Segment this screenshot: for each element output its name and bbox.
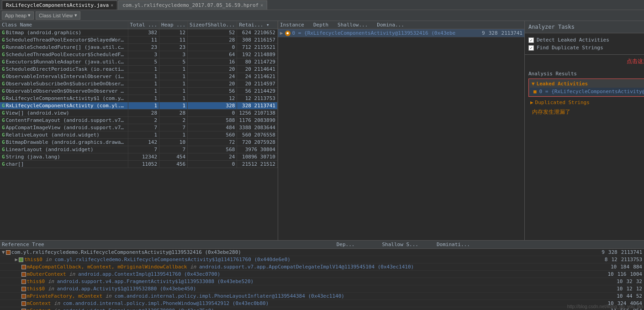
class-name-cell: GBitmap (android.graphics): [0, 29, 128, 37]
table-row[interactable]: GScheduledThreadPoolExecutor$DelayedWork…: [0, 37, 277, 44]
total-cell: 382: [128, 29, 159, 37]
table-row[interactable]: GRxLifecycleComponentsActivity$1 (com.yl…: [0, 95, 277, 102]
instance-arrow[interactable]: ▶: [280, 30, 283, 36]
table-row[interactable]: GView[] (android.view) 28 28 0 1256 2107…: [0, 110, 277, 117]
ref-tree-content[interactable]: ▼ com.yl.rxlifecycledemo.RxLifecycleComp…: [0, 249, 644, 310]
ref-text: mAppCompatCallback, mContext, mOriginalW…: [27, 264, 550, 270]
table-row[interactable]: GRunnableScheduledFuture[] (java.util.co…: [0, 44, 277, 51]
total-cell: 12342: [128, 153, 159, 161]
table-row[interactable]: GContentFrameLayout (android.support.v7.…: [0, 117, 277, 124]
analyzer-title: Analyzer Tasks: [528, 24, 575, 30]
view-dropdown-icon[interactable]: ▾: [74, 12, 77, 18]
class-name-cell: GContentFrameLayout (android.support.v7.…: [0, 117, 128, 124]
col-shallow: SizeofShallo...: [188, 21, 237, 29]
heap-cell: 1: [159, 66, 188, 73]
heap-dropdown-icon[interactable]: ▾: [28, 12, 31, 18]
table-row[interactable]: GLinearLayout (android.widget) 7 7 568 3…: [0, 146, 277, 153]
ref-tree-row[interactable]: mPrivateFactory, mContext in com.android…: [0, 293, 644, 300]
ref-tree-row[interactable]: ▼ com.yl.rxlifecycledemo.RxLifecycleComp…: [0, 249, 644, 256]
retained-cell: 20 2114641: [237, 66, 277, 73]
class-name-cell: GLinearLayout (android.widget): [0, 146, 128, 153]
ref-row-icon: [19, 257, 23, 262]
class-icon: G: [2, 37, 5, 43]
task-checkbox-duplicate[interactable]: ✓: [528, 45, 534, 51]
shallow-cell: 12: [188, 95, 237, 102]
tab-hprof-close[interactable]: ×: [260, 3, 263, 8]
instance-col-depth: Depth: [313, 22, 328, 28]
duplicated-arrow[interactable]: ▶: [530, 100, 533, 105]
ref-nums: 8 12 2113753: [551, 257, 642, 263]
ref-row-arrow[interactable]: ▼: [2, 249, 5, 255]
table-row[interactable]: GRelativeLayout (android.widget) 1 1 560…: [0, 131, 277, 139]
reference-tree-section: Reference Tree Dep... Shallow S... Domin…: [0, 240, 644, 310]
ref-field-name: this$0: [27, 286, 45, 292]
class-name-cell: GRxLifecycleComponentsActivity$1 (com.yl…: [0, 95, 128, 102]
tab-hprof[interactable]: com.yl.rxlifecycledemo_2017.07.05_16.59.…: [118, 0, 267, 10]
tab-java[interactable]: RxLifecycleComponentsActivity.java ×: [2, 0, 117, 10]
view-button[interactable]: Class List View ▾: [36, 11, 80, 20]
table-row[interactable]: GBitmapDrawable (android.graphics.drawab…: [0, 139, 277, 146]
retained-cell: 192 2114889: [237, 51, 277, 58]
total-cell: 1: [128, 131, 159, 139]
table-row[interactable]: Gchar[] 11052 456 0 21512 21512: [0, 161, 277, 168]
table-row[interactable]: GString (java.lang) 12342 454 24 10896 3…: [0, 153, 277, 161]
table-row[interactable]: GRxLifecycleComponentsActivity (com.yl.r…: [0, 102, 277, 110]
class-icon: G: [2, 44, 5, 50]
tab-java-close[interactable]: ×: [111, 3, 113, 8]
retained-cell: 80 2114729: [237, 58, 277, 66]
ref-tree-row[interactable]: this$0 in android.app.Activity$1@1139532…: [0, 285, 644, 293]
analyzer-panel: Analyzer Tasks ▶ ⚙ – ✓ Detect Leaked Act…: [525, 21, 644, 240]
ref-field-name: mContext: [27, 308, 51, 310]
shallow-cell: 568: [188, 146, 237, 153]
ref-tree-row[interactable]: mAppCompatCallback, mContext, mOriginalW…: [0, 263, 644, 271]
table-row[interactable]: GExecutors$RunnableAdapter (java.util.co…: [0, 58, 277, 66]
heap-cell: 23: [159, 44, 188, 51]
ref-tree-row[interactable]: mOuterContext in android.app.ContextImpl…: [0, 271, 644, 278]
heap-cell: 3: [159, 51, 188, 58]
task-checkbox-leaked[interactable]: ✓: [528, 37, 534, 43]
table-row[interactable]: GObservableObserveOn$ObserveOnObserver (…: [0, 88, 277, 95]
ref-field-name: mPrivateFactory, mContext: [27, 293, 103, 299]
ref-tree-header: Reference Tree Dep... Shallow S... Domin…: [0, 241, 644, 249]
class-table: Class Name Total ... Heap ... SizeofShal…: [0, 21, 278, 168]
table-row[interactable]: GObservableSubscribeOn$SubscribeOnObserv…: [0, 80, 277, 88]
ref-shallow: 12: [627, 286, 633, 292]
shallow-cell: 24: [188, 153, 237, 161]
ref-tree-row[interactable]: mContext in com.android.internal.policy.…: [0, 300, 644, 307]
table-row[interactable]: GBitmap (android.graphics) 382 12 52 624…: [0, 29, 277, 37]
leaked-header: ▼ Leaked Activities: [530, 80, 644, 88]
ref-nums: 10 184 884: [551, 264, 642, 270]
table-row[interactable]: GObservableInterval$IntervalObserver (io…: [0, 73, 277, 80]
instance-row[interactable]: ▶ ● 0 = {RxLifecycleComponentsActivity@1…: [278, 29, 524, 37]
heap-button[interactable]: App heap ▾: [2, 11, 34, 20]
ref-tree-row[interactable]: mContext in android.widget.FrameLayout@1…: [0, 307, 644, 310]
retained-cell: 560 2076558: [237, 131, 277, 139]
table-row[interactable]: GAppCompatImageView (android.support.v7.…: [0, 124, 277, 131]
shallow-cell: 588: [188, 117, 237, 124]
retained-cell: 3976 30804: [237, 146, 277, 153]
ref-text: com.yl.rxlifecycledemo.RxLifecycleCompon…: [11, 249, 550, 255]
ref-tree-row[interactable]: this$0 in android.support.v4.app.Fragmen…: [0, 278, 644, 285]
title-bar: RxLifecycleComponentsActivity.java × com…: [0, 0, 644, 10]
ref-field-name: mAppCompatCallback, mContext, mOriginalW…: [27, 264, 187, 270]
ref-depth: 10: [617, 286, 623, 292]
class-table-scroll[interactable]: Class Name Total ... Heap ... SizeofShal…: [0, 21, 278, 240]
shallow-cell: 0: [188, 44, 237, 51]
instance-header: Instance Depth Shallow... Domina...: [278, 21, 524, 29]
table-row[interactable]: GScheduledDirectPeriodicTask (io.reactiv…: [0, 66, 277, 73]
task-item-leaked: ✓ Detect Leaked Activities: [528, 36, 644, 44]
class-icon: G: [2, 88, 5, 94]
ref-in-word: in: [48, 286, 54, 292]
instance-depth: 9: [482, 30, 485, 36]
ref-tree-row[interactable]: ▶ this$0 in com.yl.rxlifecycledemo.RxLif…: [0, 256, 644, 263]
leaked-item[interactable]: ■ 0 = {RxLifecycleComponentsActivity@113…: [530, 88, 644, 95]
leaked-header-arrow[interactable]: ▼: [532, 81, 535, 87]
ref-depth: 10: [607, 271, 613, 277]
heap-cell: 5: [159, 58, 188, 66]
heap-cell: 12: [159, 29, 188, 37]
table-row[interactable]: GScheduledThreadPoolExecutor$ScheduledFu…: [0, 51, 277, 58]
ref-row-arrow[interactable]: ▶: [15, 257, 18, 263]
ref-row-icon: [21, 287, 26, 291]
total-cell: 3: [128, 51, 159, 58]
heap-cell: 1: [159, 102, 188, 110]
